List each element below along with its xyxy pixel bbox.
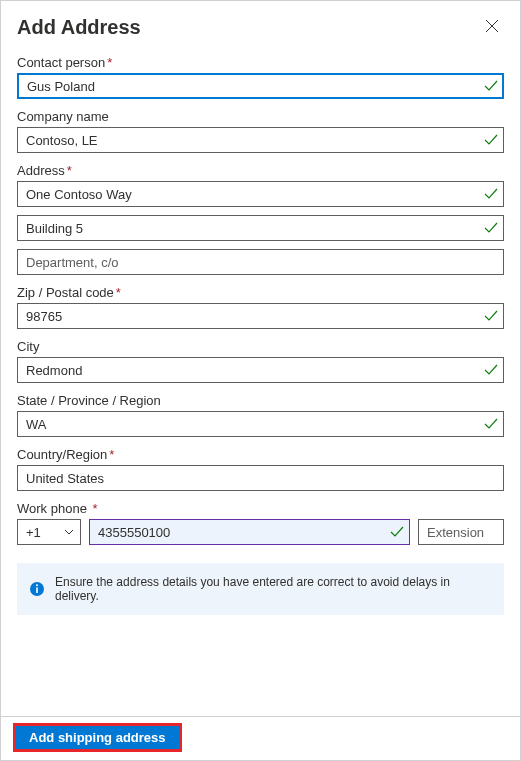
close-icon: [485, 19, 499, 36]
svg-point-2: [36, 584, 38, 586]
state-input[interactable]: [17, 411, 504, 437]
zip-input[interactable]: [17, 303, 504, 329]
contact-label: Contact person*: [17, 55, 504, 70]
company-input[interactable]: [17, 127, 504, 153]
phone-label: Work phone *: [17, 501, 504, 516]
address-line3-input[interactable]: [17, 249, 504, 275]
state-label: State / Province / Region: [17, 393, 504, 408]
phone-extension-input[interactable]: [418, 519, 504, 545]
phone-number-input[interactable]: [89, 519, 410, 545]
close-button[interactable]: [480, 15, 504, 39]
svg-rect-1: [36, 588, 38, 594]
address-line1-input[interactable]: [17, 181, 504, 207]
city-input[interactable]: [17, 357, 504, 383]
info-icon: [29, 581, 45, 597]
address-label: Address*: [17, 163, 504, 178]
phone-country-code-select[interactable]: +1: [17, 519, 81, 545]
chevron-down-icon: [64, 525, 74, 540]
add-shipping-address-button[interactable]: Add shipping address: [15, 725, 180, 750]
page-title: Add Address: [17, 16, 141, 39]
info-text: Ensure the address details you have ente…: [55, 575, 492, 603]
phone-code-value: +1: [26, 525, 41, 540]
address-line2-input[interactable]: [17, 215, 504, 241]
country-label: Country/Region*: [17, 447, 504, 462]
info-banner: Ensure the address details you have ente…: [17, 563, 504, 615]
country-input[interactable]: [17, 465, 504, 491]
company-label: Company name: [17, 109, 504, 124]
contact-input[interactable]: [17, 73, 504, 99]
zip-label: Zip / Postal code*: [17, 285, 504, 300]
city-label: City: [17, 339, 504, 354]
